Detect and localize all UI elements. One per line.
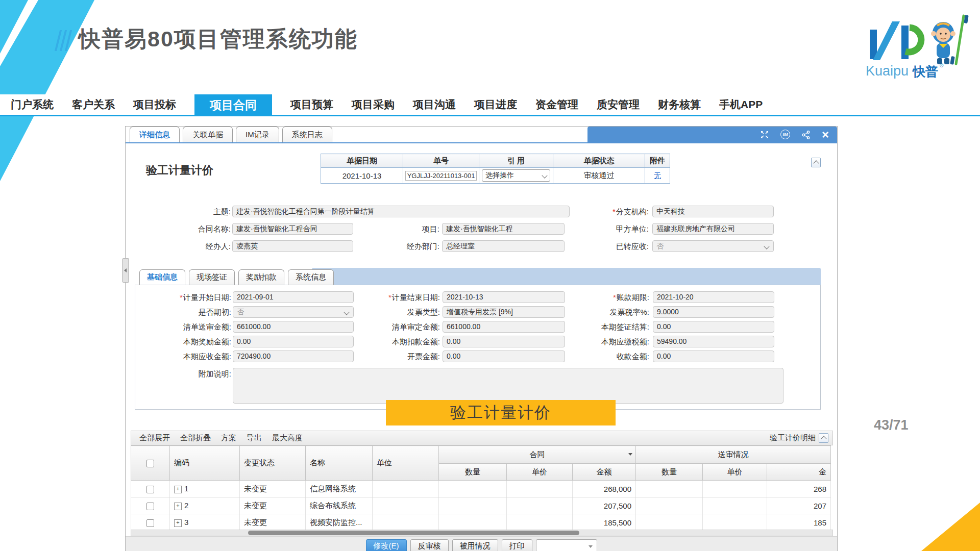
nav-item-progress[interactable]: 项目进度	[474, 97, 517, 112]
col-review-qty[interactable]: 数量	[636, 464, 703, 481]
expand-row-icon[interactable]: +	[174, 503, 182, 510]
nav-item-quality[interactable]: 质安管理	[597, 97, 640, 112]
row-review-amount: 207	[767, 497, 831, 514]
reference-select[interactable]: 选择操作	[482, 169, 550, 182]
table-row[interactable]: +3 未变更 视频安防监控... 185,500 185	[131, 514, 831, 531]
usage-status-button[interactable]: 被用情况	[452, 539, 498, 551]
receivable-amount-label: 本期应收金额:	[136, 350, 231, 362]
col-unit[interactable]: 单位	[373, 446, 439, 481]
row-contract-amount: 185,500	[573, 514, 636, 531]
scheme-button[interactable]: 方案	[221, 433, 236, 443]
col-contract-price[interactable]: 单价	[507, 464, 573, 481]
list-approved-field[interactable]: 661000.00	[443, 321, 565, 333]
expand-row-icon[interactable]: +	[174, 519, 182, 527]
measure-start-field[interactable]: 2021-09-01	[233, 291, 354, 303]
group-contract[interactable]: 合同	[439, 446, 636, 464]
attachment-link[interactable]: 无	[654, 171, 661, 180]
export-button[interactable]: 导出	[247, 433, 262, 443]
subtab-basic-info[interactable]: 基础信息	[139, 269, 185, 285]
print-button[interactable]: 打印	[502, 539, 532, 551]
horizontal-scrollbar[interactable]	[131, 530, 833, 536]
receivable-amount-field[interactable]: 720490.00	[233, 350, 354, 362]
tax-payable-field[interactable]: 59490.00	[653, 336, 774, 347]
tab-detail-info[interactable]: 详细信息	[130, 127, 180, 142]
party-a-field[interactable]: 福建兆联房地产有限公司	[652, 223, 774, 235]
col-doc-date: 单据日期	[321, 154, 403, 168]
fullscreen-icon[interactable]	[760, 130, 769, 139]
note-textarea[interactable]	[233, 368, 783, 404]
col-contract-qty[interactable]: 数量	[439, 464, 507, 481]
col-doc-number: 单号	[403, 154, 479, 168]
collapse-header-button[interactable]	[811, 158, 821, 167]
subtab-site-visa[interactable]: 现场签证	[189, 269, 235, 285]
subject-field[interactable]: 建发·吾悦智能化工程合同第一阶段计量结算	[232, 206, 570, 217]
handler-dept-field[interactable]: 总经理室	[442, 240, 565, 252]
collapse-all-button[interactable]: 全部折叠	[180, 433, 211, 443]
deduction-amount-field[interactable]: 0.00	[443, 336, 565, 347]
transferred-select[interactable]: 否	[652, 240, 774, 252]
nav-item-budget[interactable]: 项目预算	[290, 97, 333, 112]
nav-item-contract-active[interactable]: 项目合同	[194, 94, 272, 116]
measure-end-field[interactable]: 2021-10-13	[443, 291, 565, 303]
collapse-grid-button[interactable]	[819, 433, 828, 443]
received-amount-field[interactable]: 0.00	[653, 350, 774, 362]
invoice-rate-field[interactable]: 9.0000	[653, 306, 774, 318]
row-contract-qty	[439, 481, 507, 497]
tab-related-docs[interactable]: 关联单据	[183, 127, 233, 142]
nav-item-procurement[interactable]: 项目采购	[352, 97, 395, 112]
reward-amount-field[interactable]: 0.00	[233, 336, 354, 347]
expand-row-icon[interactable]: +	[174, 486, 182, 493]
project-field[interactable]: 建发·吾悦智能化工程	[442, 223, 565, 235]
nav-item-crm[interactable]: 客户关系	[72, 97, 115, 112]
col-review-amount[interactable]: 金	[767, 464, 831, 481]
filter-dropdown-icon[interactable]	[628, 453, 632, 456]
nav-item-portal[interactable]: 门户系统	[11, 97, 54, 112]
col-contract-amount[interactable]: 金额	[573, 464, 636, 481]
nav-item-bidding[interactable]: 项目投标	[133, 97, 176, 112]
nav-item-communication[interactable]: 项目沟通	[413, 97, 456, 112]
handler-field[interactable]: 凌燕英	[232, 240, 353, 252]
list-submitted-field[interactable]: 661000.00	[233, 321, 354, 333]
col-change-status[interactable]: 变更状态	[240, 446, 306, 481]
group-review[interactable]: 送审情况	[636, 446, 831, 464]
collapse-left-handle[interactable]	[122, 258, 129, 283]
reverse-audit-button[interactable]: 反审核	[410, 539, 449, 551]
row-checkbox[interactable]	[146, 503, 154, 510]
payment-deadline-field[interactable]: 2021-10-20	[653, 291, 774, 303]
branch-field[interactable]: 中天科技	[652, 206, 774, 217]
modify-button[interactable]: 修改(E)	[366, 539, 407, 551]
initial-period-select[interactable]: 否	[233, 306, 354, 318]
row-checkbox[interactable]	[146, 486, 154, 493]
invoiced-amount-field[interactable]: 0.00	[443, 350, 565, 362]
close-icon[interactable]: ×	[822, 130, 829, 139]
scrollbar-thumb[interactable]	[248, 531, 579, 535]
invoice-type-field[interactable]: 增值税专用发票 [9%]	[443, 306, 565, 318]
doc-title: 验工计量计价	[146, 163, 213, 178]
visa-settlement-field[interactable]: 0.00	[653, 321, 774, 333]
subtab-system-info[interactable]: 系统信息	[288, 269, 334, 285]
subtab-reward-deduction[interactable]: 奖励扣款	[238, 269, 284, 285]
footer-dropdown[interactable]	[536, 539, 597, 551]
nav-item-finance[interactable]: 财务核算	[658, 97, 701, 112]
row-contract-price	[507, 514, 573, 531]
select-all-checkbox[interactable]	[146, 460, 154, 467]
nav-item-mobile-app[interactable]: 手机APP	[719, 97, 763, 112]
col-review-price[interactable]: 单价	[703, 464, 767, 481]
table-row[interactable]: +2 未变更 综合布线系统 207,500 207	[131, 497, 831, 514]
share-icon[interactable]	[801, 130, 811, 139]
row-contract-amount: 207,500	[573, 497, 636, 514]
handler-dept-label: 经办部门:	[344, 240, 439, 252]
tab-system-log[interactable]: 系统日志	[282, 127, 332, 142]
col-code[interactable]: 编码	[170, 446, 240, 481]
expand-all-button[interactable]: 全部展开	[139, 433, 170, 443]
tab-im-record[interactable]: IM记录	[236, 127, 279, 142]
col-doc-status: 单据状态	[553, 154, 645, 168]
nav-item-funds[interactable]: 资金管理	[535, 97, 578, 112]
contract-name-field[interactable]: 建发·吾悦智能化工程合同	[232, 223, 353, 235]
col-name[interactable]: 名称	[306, 446, 373, 481]
im-icon[interactable]: IM	[780, 130, 790, 139]
table-row[interactable]: +1 未变更 信息网络系统 268,000 268	[131, 481, 831, 497]
max-height-button[interactable]: 最大高度	[272, 433, 303, 443]
contract-name-label: 合同名称:	[136, 223, 231, 235]
row-checkbox[interactable]	[146, 519, 154, 527]
